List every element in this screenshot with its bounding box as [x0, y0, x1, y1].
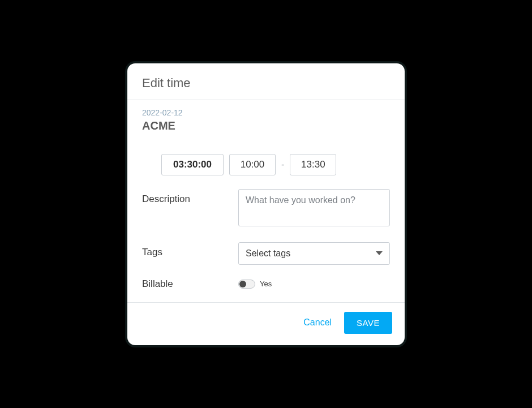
toggle-knob: [239, 281, 246, 287]
tags-select-placeholder: Select tags: [246, 248, 290, 259]
description-input[interactable]: [238, 189, 390, 226]
description-row: Description: [127, 182, 405, 235]
billable-value-text: Yes: [260, 280, 272, 288]
start-time-input[interactable]: [229, 154, 276, 175]
dialog-header: Edit time: [127, 63, 405, 100]
entry-project: ACME: [142, 119, 390, 132]
dialog-title: Edit time: [142, 76, 390, 91]
time-separator: -: [281, 160, 284, 170]
chevron-down-icon: [376, 251, 383, 255]
description-label: Description: [142, 189, 238, 205]
billable-toggle[interactable]: [238, 280, 255, 289]
end-time-input[interactable]: [290, 154, 336, 175]
dialog-footer: Cancel SAVE: [127, 302, 405, 345]
tags-select[interactable]: Select tags: [238, 242, 390, 265]
billable-row: Billable Yes: [127, 272, 405, 302]
billable-label: Billable: [142, 278, 238, 290]
tags-label: Tags: [142, 242, 238, 258]
edit-time-dialog: Edit time 2022-02-12 ACME - Description …: [127, 63, 405, 345]
entry-meta: 2022-02-12 ACME: [127, 100, 405, 132]
duration-input[interactable]: [161, 154, 224, 175]
cancel-button[interactable]: Cancel: [303, 317, 332, 328]
tags-row: Tags Select tags: [127, 235, 405, 272]
save-button[interactable]: SAVE: [344, 312, 392, 334]
entry-date: 2022-02-12: [142, 108, 390, 117]
time-row: -: [127, 132, 405, 182]
